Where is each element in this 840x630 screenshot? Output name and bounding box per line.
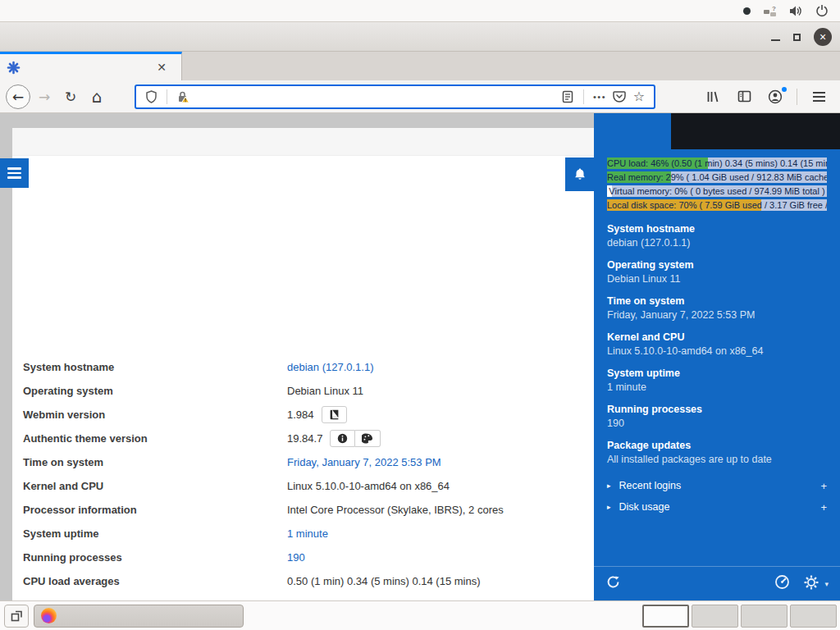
- row-value: 1.984: [287, 406, 347, 423]
- info-label: System hostname: [607, 222, 827, 236]
- sidebar-section-recent-logins[interactable]: ▸Recent logins+: [607, 475, 827, 496]
- info-value: Friday, January 7, 2022 5:53 PM: [607, 308, 827, 322]
- expand-plus-icon[interactable]: +: [820, 501, 827, 514]
- info-label: Running processes: [607, 403, 827, 417]
- palette-button[interactable]: [355, 430, 381, 447]
- section-label: Recent logins: [619, 480, 682, 491]
- sidebar-meter: Virtual memory: 0% ( 0 bytes used / 974.…: [607, 185, 827, 197]
- account-icon[interactable]: [762, 84, 788, 109]
- lock-warning-icon[interactable]: [173, 87, 193, 107]
- sidebars-icon[interactable]: [731, 84, 757, 109]
- reload-button[interactable]: ↻: [57, 84, 84, 109]
- volume-icon[interactable]: [789, 5, 803, 17]
- section-label: Disk usage: [619, 501, 670, 513]
- settings-gear-icon[interactable]: [803, 574, 819, 594]
- table-row-cpu-load-averages: CPU load averages0.50 (1 min) 0.34 (5 mi…: [12, 569, 594, 593]
- row-value-text: 19.84.7: [287, 432, 322, 445]
- browser-tab-active[interactable]: ✕: [0, 52, 182, 80]
- tab-close-icon[interactable]: ✕: [153, 59, 170, 75]
- speedometer-icon[interactable]: [774, 574, 790, 593]
- row-value-text: Debian Linux 11: [287, 385, 363, 397]
- table-row-operating-system: Operating systemDebian Linux 11: [12, 379, 594, 403]
- workspace-4[interactable]: [790, 605, 837, 628]
- taskbar: [0, 600, 840, 630]
- row-value: 190: [287, 551, 305, 564]
- menu-hamburger-icon[interactable]: [806, 84, 832, 109]
- sidebar-tabs: [594, 113, 840, 149]
- url-bar[interactable]: ••• ☆: [135, 84, 655, 109]
- bell-icon: [573, 167, 587, 181]
- row-label: Running processes: [12, 551, 287, 564]
- info-value: All installed packages are up to date: [607, 453, 827, 467]
- row-value-text: Intel Core Processor (Skylake, IBRS), 2 …: [287, 504, 504, 516]
- shield-icon[interactable]: [141, 87, 161, 107]
- pocket-icon[interactable]: [609, 87, 629, 107]
- row-value: Debian Linux 11: [287, 385, 363, 397]
- row-value-link[interactable]: debian (127.0.1.1): [287, 361, 374, 373]
- notifications-bell-button[interactable]: [565, 158, 594, 191]
- sidebar-info-operating-system: Operating systemDebian Linux 11: [607, 258, 827, 286]
- sidebar-collapsible-sections: ▸Recent logins+▸Disk usage+: [607, 475, 827, 518]
- info-label: Operating system: [607, 258, 827, 272]
- row-value-text: 0.50 (1 min) 0.34 (5 mins) 0.14 (15 mins…: [287, 575, 481, 587]
- maximize-button[interactable]: [793, 34, 801, 41]
- home-button[interactable]: ⌂: [84, 84, 110, 109]
- info-value: 1 minute: [607, 381, 827, 395]
- window-titlebar[interactable]: ×: [0, 22, 840, 52]
- minimize-button[interactable]: [771, 39, 780, 41]
- row-value-link[interactable]: 1 minute: [287, 527, 328, 540]
- refresh-icon[interactable]: [605, 574, 621, 593]
- forward-button[interactable]: →: [31, 84, 57, 109]
- info-value: debian (127.0.1.1): [607, 236, 827, 250]
- table-row-authentic-theme-version: Authentic theme version19.84.7: [12, 427, 594, 450]
- table-row-time-on-system: Time on systemFriday, January 7, 2022 5:…: [12, 450, 594, 474]
- network-icon[interactable]: ?: [763, 5, 777, 17]
- sidebar-meter: CPU load: 46% (0.50 (1 min) 0.34 (5 mins…: [607, 158, 827, 169]
- taskbar-window-button[interactable]: [34, 605, 244, 628]
- expand-plus-icon[interactable]: +: [820, 480, 827, 492]
- row-label: System uptime: [12, 527, 287, 540]
- power-icon[interactable]: [815, 4, 829, 17]
- row-label: Operating system: [12, 385, 287, 397]
- close-button[interactable]: ×: [814, 28, 832, 46]
- row-value-link[interactable]: Friday, January 7, 2022 5:53 PM: [287, 456, 441, 468]
- tab-dashboard[interactable]: [594, 113, 671, 149]
- meter-text: CPU load: 46% (0.50 (1 min) 0.34 (5 mins…: [607, 158, 827, 169]
- table-row-system-uptime: System uptime1 minute: [12, 522, 594, 546]
- row-value-link[interactable]: 190: [287, 551, 305, 564]
- tab-bar: ✕: [0, 52, 840, 80]
- sidebar-meter: Real memory: 29% ( 1.04 GiB used / 912.8…: [607, 171, 827, 183]
- toolbar-right-icons: [662, 84, 835, 109]
- tab-notifications[interactable]: [756, 113, 840, 149]
- sidebar-info-kernel-and-cpu: Kernel and CPULinux 5.10.0-10-amd64 on x…: [607, 331, 827, 358]
- workspace-2[interactable]: [692, 605, 738, 628]
- page-actions-icon[interactable]: •••: [590, 87, 609, 107]
- bookmark-star-icon[interactable]: ☆: [629, 87, 649, 107]
- window-list-icon[interactable]: [4, 605, 29, 628]
- info-label: Package updates: [607, 439, 827, 453]
- workspace-3[interactable]: [741, 605, 788, 628]
- book-button[interactable]: [322, 406, 347, 423]
- settings-caret-icon[interactable]: ▾: [824, 580, 829, 588]
- window-controls: ×: [771, 22, 832, 52]
- table-row-running-processes: Running processes190: [12, 546, 594, 569]
- firefox-icon: [41, 608, 57, 623]
- workspace-1[interactable]: [642, 605, 689, 628]
- account-notification-dot: [782, 87, 787, 92]
- info-button[interactable]: [330, 430, 355, 447]
- library-icon[interactable]: [700, 84, 726, 109]
- caret-right-icon: ▸: [607, 482, 611, 490]
- row-label: Time on system: [12, 456, 287, 468]
- table-row-processor-information: Processor informationIntel Core Processo…: [12, 498, 594, 522]
- system-info-table: System hostnamedebian (127.0.1.1)Operati…: [12, 355, 594, 617]
- row-label: Webmin version: [12, 409, 287, 421]
- reader-mode-icon[interactable]: [558, 87, 578, 107]
- webmin-sidebar-toggle-button[interactable]: [0, 158, 29, 188]
- back-button[interactable]: ←: [6, 84, 30, 109]
- gauges-row: [12, 128, 594, 358]
- sidebar-meters: CPU load: 46% (0.50 (1 min) 0.34 (5 mins…: [607, 158, 827, 211]
- sidebar-section-disk-usage[interactable]: ▸Disk usage+: [607, 496, 827, 518]
- row-value: Intel Core Processor (Skylake, IBRS), 2 …: [287, 504, 504, 516]
- new-tab-button[interactable]: [182, 52, 210, 80]
- tab-favorites[interactable]: [671, 113, 756, 149]
